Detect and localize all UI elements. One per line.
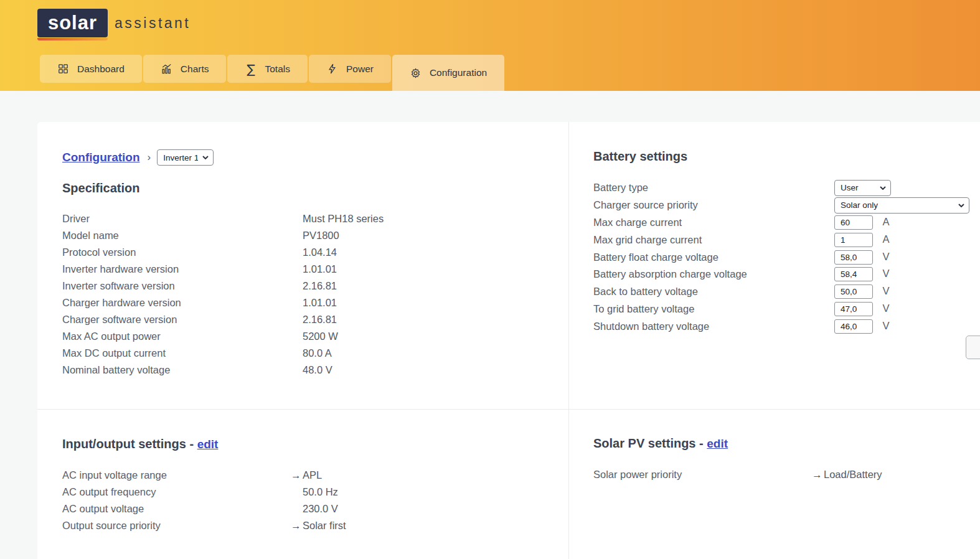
unit-label: V: [883, 268, 890, 279]
battery-type-select[interactable]: User: [834, 180, 891, 196]
solar-pv-row: Solar power priority → Load/Battery: [593, 466, 882, 483]
nav-tab-label: Configuration: [430, 67, 487, 78]
spec-row: Inverter hardware version 1.01.01: [62, 261, 384, 278]
breadcrumb: Configuration › Inverter 1: [62, 149, 214, 166]
io-settings-edit-link[interactable]: edit: [197, 438, 219, 451]
battery-field-label: Max charge current: [593, 217, 834, 228]
battery-field-row: Battery type User: [593, 179, 969, 197]
app-logo[interactable]: solar assistant: [37, 9, 191, 37]
spec-label: Nominal battery voltage: [62, 364, 291, 376]
nav-tab[interactable]: Dashboard: [40, 55, 142, 83]
spec-value: 5200 W: [303, 331, 338, 342]
io-value: 50.0 Hz: [303, 486, 338, 498]
solar-pv-value: Load/Battery: [824, 469, 882, 481]
battery-field-label: Back to battery voltage: [593, 286, 834, 298]
battery-value-input[interactable]: [834, 319, 873, 334]
spec-value: 1.04.14: [303, 247, 337, 258]
solar-assistant-app: solar assistant Dashboard: [0, 0, 980, 559]
battery-field-label: Battery absorption charge voltage: [593, 268, 834, 280]
logo-underline-accent: [37, 38, 108, 40]
battery-value-input[interactable]: [834, 284, 873, 299]
solar-pv-table: Solar power priority → Load/Battery: [593, 466, 882, 483]
spec-row: Nominal battery voltage 48.0 V: [62, 362, 384, 378]
inverter-select[interactable]: Inverter 1: [157, 149, 214, 166]
io-label: AC output voltage: [62, 503, 291, 515]
spec-row: Protocol version 1.04.14: [62, 244, 384, 261]
charger-source-priority-select[interactable]: Solar only: [834, 197, 969, 214]
spec-value: PV1800: [303, 230, 339, 242]
battery-field-label: Battery float charge voltage: [593, 251, 834, 263]
battery-value-input[interactable]: [834, 233, 873, 247]
solar-pv-edit-link[interactable]: edit: [707, 437, 728, 450]
dashboard-grid-icon: [57, 63, 69, 75]
title-separator: -: [699, 436, 704, 450]
arrow-right-icon: →: [812, 469, 824, 481]
battery-field-row: Battery absorption charge voltage V: [593, 266, 969, 283]
spec-label: Charger software version: [62, 314, 291, 326]
io-value: APL: [303, 469, 322, 481]
spec-value: 1.01.01: [303, 263, 337, 275]
configuration-breadcrumb-link[interactable]: Configuration: [62, 151, 140, 164]
nav-tab-label: Charts: [181, 63, 209, 75]
unit-label: V: [883, 285, 890, 296]
gear-icon: [410, 67, 422, 79]
unit-label: V: [883, 320, 890, 331]
nav-tab[interactable]: Charts: [143, 55, 227, 83]
io-row: AC output voltage → 230.0 V: [62, 500, 346, 517]
spec-value: 2.16.81: [303, 280, 337, 292]
sigma-icon: ∑: [245, 63, 257, 75]
battery-settings-form: Battery type User Charger source priorit…: [593, 179, 969, 335]
spec-row: Inverter software version 2.16.81: [62, 278, 384, 294]
spec-label: Protocol version: [62, 247, 291, 258]
spec-label: Inverter software version: [62, 280, 291, 292]
spec-value: Must PH18 series: [303, 213, 384, 225]
spec-label: Max DC output current: [62, 347, 291, 359]
spec-row: Charger hardware version 1.01.01: [62, 294, 384, 311]
nav-tab[interactable]: Power: [309, 55, 391, 83]
battery-field-row: To grid battery voltage V: [593, 301, 969, 318]
battery-field-row: Shutdown battery voltage V: [593, 317, 969, 335]
app-header: solar assistant Dashboard: [0, 0, 980, 91]
specification-table: Driver Must PH18 series Model name PV180…: [62, 210, 384, 378]
main-nav: Dashboard Charts: [40, 55, 504, 91]
io-row: AC output frequency → 50.0 Hz: [62, 484, 346, 500]
spec-row: Charger software version 2.16.81: [62, 311, 384, 328]
battery-field-row: Max charge current A: [593, 214, 969, 232]
title-separator: -: [189, 437, 194, 451]
nav-tab-label: Dashboard: [77, 63, 125, 75]
spec-label: Charger hardware version: [62, 297, 291, 309]
battery-field-label: Charger source priority: [593, 199, 834, 211]
spec-row: Driver Must PH18 series: [62, 210, 384, 227]
battery-settings-title: Battery settings: [593, 149, 687, 164]
battery-field-label: Battery type: [593, 182, 834, 194]
logo-solar-box: solar: [37, 9, 108, 37]
cut-off-button[interactable]: [966, 336, 980, 359]
bar-chart-icon: [161, 63, 172, 75]
io-row: AC input voltage range → APL: [62, 467, 346, 484]
battery-value-input[interactable]: [834, 302, 873, 316]
battery-field-row: Charger source priority Solar only: [593, 197, 969, 214]
spec-row: Model name PV1800: [62, 227, 384, 244]
nav-tab[interactable]: ∑ Totals: [227, 55, 308, 83]
battery-field-label: Shutdown battery voltage: [593, 321, 834, 332]
spec-row: Max AC output power 5200 W: [62, 328, 384, 345]
unit-label: A: [883, 216, 890, 227]
unit-label: A: [883, 233, 890, 245]
battery-field-row: Max grid charge current A: [593, 231, 969, 248]
battery-value-input[interactable]: [834, 250, 873, 265]
spec-label: Max AC output power: [62, 331, 291, 342]
spec-label: Inverter hardware version: [62, 263, 291, 275]
battery-value-input[interactable]: [834, 267, 873, 281]
battery-value-input[interactable]: [834, 215, 873, 230]
io-value: Solar first: [303, 520, 346, 532]
nav-tab-label: Power: [346, 63, 374, 75]
battery-field-row: Battery float charge voltage V: [593, 248, 969, 266]
specification-title: Specification: [62, 181, 139, 195]
spec-row: Max DC output current 80.0 A: [62, 345, 384, 362]
battery-field-label: To grid battery voltage: [593, 303, 834, 315]
solar-pv-label: Solar power priority: [593, 469, 812, 481]
nav-tab[interactable]: Configuration: [392, 55, 504, 91]
io-label: Output source priority: [62, 520, 291, 532]
battery-field-label: Max grid charge current: [593, 234, 834, 246]
nav-tab-label: Totals: [265, 63, 290, 75]
